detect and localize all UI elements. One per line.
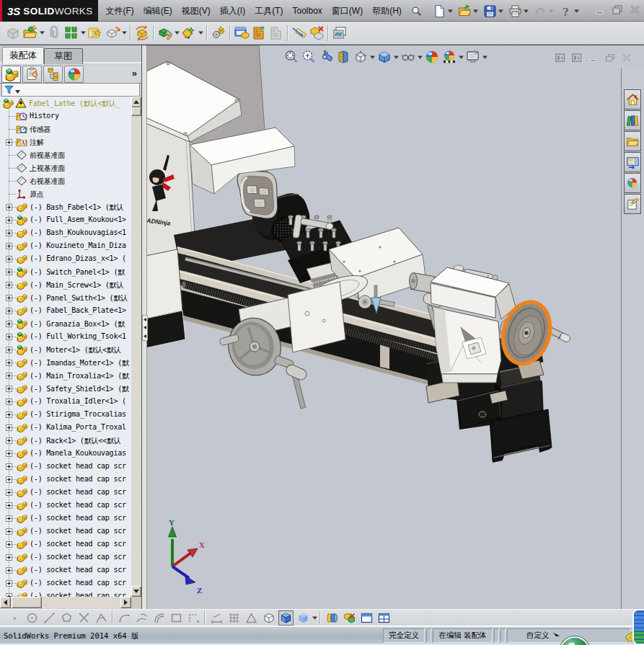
expand-plus-box[interactable]: [6, 282, 12, 288]
minimize-button[interactable]: [594, 4, 606, 15]
scroll-down-button[interactable]: [131, 586, 141, 597]
tree-item[interactable]: (-) Panel_Swith<1> (默认: [0, 291, 131, 304]
section-view-icon[interactable]: [335, 49, 351, 65]
open-button[interactable]: [458, 4, 472, 18]
assembly-features-dropdown-icon[interactable]: [174, 25, 180, 41]
expand-plus-box[interactable]: [6, 515, 12, 522]
view-palette-button[interactable]: [624, 152, 641, 172]
smart-fasteners-icon[interactable]: [87, 25, 103, 41]
assembly-features-icon[interactable]: [157, 25, 173, 41]
chamfer-icon[interactable]: [94, 611, 108, 625]
scroll-right-button[interactable]: [120, 597, 131, 608]
filter-dropdown-icon[interactable]: [15, 84, 20, 97]
display-style-dropdown-icon[interactable]: [393, 55, 400, 59]
help-dropdown-icon[interactable]: [573, 4, 580, 18]
interference-detection-icon[interactable]: [309, 25, 325, 41]
expand-plus-box[interactable]: [6, 528, 12, 535]
expand-plus-box[interactable]: [6, 386, 12, 392]
menu-insert[interactable]: 插入(I): [215, 2, 250, 20]
wireframe-icon[interactable]: [262, 611, 275, 625]
tree-item[interactable]: 注解: [0, 135, 131, 148]
graphics-viewport[interactable]: CADNinja: [141, 45, 644, 609]
hscroll-thumb[interactable]: [12, 597, 42, 608]
help-button[interactable]: [559, 4, 573, 18]
appearances-scenes-button[interactable]: [624, 173, 641, 193]
move-component-icon[interactable]: [105, 25, 120, 41]
expand-plus-box[interactable]: [6, 476, 12, 483]
move-component-dropdown-icon[interactable]: [121, 25, 128, 41]
large-assembly-mode-icon[interactable]: [251, 25, 267, 41]
tree-item[interactable]: (-) socket head cap scr: [0, 460, 131, 473]
open-part-icon[interactable]: [22, 25, 38, 41]
close-button[interactable]: [629, 4, 641, 15]
tree-item[interactable]: (-) Safety_Shield<1> (默: [0, 382, 131, 395]
print-dropdown-icon[interactable]: [522, 4, 529, 18]
display-style-icon[interactable]: [376, 49, 392, 65]
corner-rectangle-icon[interactable]: [169, 611, 183, 625]
custom-properties-button[interactable]: [624, 194, 641, 214]
arc-icon[interactable]: [118, 611, 131, 625]
tree-item[interactable]: (-) Rack<1> (默认<<默认: [0, 434, 131, 447]
tab-assembly[interactable]: 装配体: [2, 47, 44, 64]
rotate-component-icon[interactable]: [134, 25, 150, 41]
featuremanager-tab[interactable]: [1, 66, 21, 83]
tree-item[interactable]: (-) socket head cap scr: [0, 590, 131, 597]
circle-icon[interactable]: [25, 611, 39, 625]
linear-component-pattern-icon[interactable]: [63, 25, 79, 41]
displaymanager-tab[interactable]: [64, 66, 84, 83]
expand-plus-box[interactable]: [6, 204, 12, 210]
four-view-icon[interactable]: [377, 611, 391, 625]
convert-entities-icon[interactable]: [187, 611, 200, 625]
expand-plus-box[interactable]: [6, 217, 12, 223]
tree-item[interactable]: (-) socket head cap scr: [0, 499, 131, 512]
tree-horizontal-scrollbar[interactable]: [0, 597, 131, 608]
expand-plus-box[interactable]: [6, 243, 12, 249]
expand-plus-box[interactable]: [6, 580, 12, 587]
view-settings-dropdown-icon[interactable]: [482, 55, 488, 59]
expand-plus-box[interactable]: [6, 567, 12, 574]
tree-item[interactable]: (-) Full_Asem_Koukou<1>: [0, 213, 131, 226]
single-view-icon[interactable]: [360, 611, 374, 625]
doc-restore-button[interactable]: [605, 53, 615, 63]
tree-item[interactable]: (-) Kalima_Porta_Troxal: [0, 421, 131, 434]
trim-entities-icon[interactable]: [77, 611, 91, 625]
tree-item[interactable]: (-) Main_Screw<1> (默认: [0, 278, 131, 291]
tree-item[interactable]: (-) socket head cap scr: [0, 486, 131, 499]
zoom-to-fit-icon[interactable]: [283, 49, 299, 65]
search-icon[interactable]: [406, 4, 423, 17]
menu-edit[interactable]: 编辑(E): [138, 2, 177, 20]
solidworks-resources-button[interactable]: [624, 89, 641, 110]
expand-plus-box[interactable]: [6, 463, 12, 470]
vscroll-thumb[interactable]: [131, 107, 141, 116]
collapse-panel-right-button[interactable]: [572, 53, 582, 63]
expand-plus-box[interactable]: [6, 295, 12, 301]
view-settings-icon[interactable]: [465, 49, 481, 65]
tree-item[interactable]: (-) Imandas_Moter<1> (默: [0, 356, 131, 369]
tree-item[interactable]: 右视基准面: [0, 174, 131, 187]
tree-item[interactable]: 传感器: [0, 123, 131, 135]
new-motion-study-dropdown-icon[interactable]: [198, 25, 204, 41]
new-motion-study-icon[interactable]: [181, 25, 197, 41]
tree-item[interactable]: (-) Stirigma_Trocxalias: [0, 408, 131, 421]
save-button[interactable]: [483, 4, 497, 18]
display-style-dropdown-icon[interactable]: [312, 616, 317, 620]
tree-vertical-scrollbar[interactable]: [131, 97, 141, 597]
expand-plus-box[interactable]: [6, 450, 12, 457]
expand-plus-box[interactable]: [6, 502, 12, 509]
view-orientation-icon[interactable]: [353, 49, 369, 65]
assembly-xpert-disabled-icon[interactable]: [268, 25, 284, 41]
zoom-to-area-icon[interactable]: [301, 49, 317, 65]
make-block-icon[interactable]: [244, 611, 258, 625]
expand-plus-box[interactable]: [6, 334, 12, 340]
mate-icon[interactable]: [46, 25, 62, 41]
tab-sketch[interactable]: 草图: [44, 48, 83, 64]
show-hidden-components-icon[interactable]: [234, 25, 250, 41]
tree-filter-box[interactable]: [1, 83, 140, 97]
menu-window[interactable]: 窗口(W): [327, 2, 367, 20]
expand-plus-box[interactable]: [6, 489, 12, 496]
edit-appearance-icon[interactable]: [424, 49, 440, 65]
interference-detection-icon[interactable]: [343, 611, 356, 625]
doc-close-button[interactable]: [622, 53, 632, 63]
offset-entities-icon[interactable]: [152, 611, 166, 625]
undo-dropdown-icon[interactable]: [547, 4, 555, 18]
